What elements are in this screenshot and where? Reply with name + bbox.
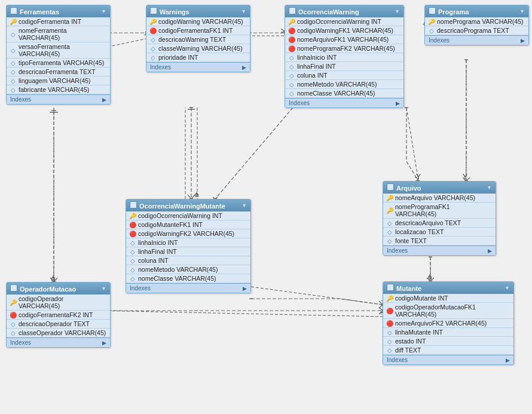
fk-icon: 🔴 [10, 312, 16, 318]
field-nomeProgramaFK2: 🔴 nomeProgramaFK2 VARCHAR(45) [285, 44, 403, 53]
field-codigoMutante: 🔑 codigoMutante INT [383, 294, 513, 303]
field-nomeClasse2: ◇ nomeClasse VARCHAR(45) [126, 274, 250, 283]
expand-arrow[interactable]: ▼ [101, 8, 106, 14]
expand-arrow[interactable]: ▼ [487, 185, 492, 191]
expand-arrow[interactable]: ▼ [519, 8, 525, 14]
diagram-canvas: ⊣ ⊣ ⋔ ⊣ ⊤ Y ⋔ ⊣⊢ ⊢ ⋔ Y [0, 0, 532, 414]
table-programa[interactable]: Programa ▼ 🔑 nomePrograma VARCHAR(45) ◇ … [424, 5, 529, 45]
table-title: Programa [438, 8, 469, 16]
fk-icon: 🔴 [387, 308, 393, 314]
field-codigoOcorrenciaWarning: 🔑 codigoOcorrenciaWarning INT [285, 17, 403, 26]
key-icon: 🔑 [289, 19, 295, 24]
key-icon: 🔑 [387, 195, 393, 201]
svg-text:Y: Y [463, 173, 467, 181]
table-mutante[interactable]: Mutante ▼ 🔑 codigoMutante INT 🔴 codigoOp… [383, 281, 514, 365]
diamond-icon: ◇ [429, 27, 435, 33]
field-nomeArquivoFK2: 🔴 nomeArquivoFK2 VARCHAR(45) [383, 319, 513, 328]
field-codigoWarningFK1: 🔴 codigoWarningFK1 VARCHAR(45) [285, 26, 403, 35]
diamond-icon: ◇ [289, 90, 295, 96]
field-codigoOcorrenciaWarning2: 🔑 codigoOcorrenciaWarning INT [126, 211, 250, 220]
diamond-icon: ◇ [10, 31, 16, 37]
table-warnings[interactable]: Warnings ▼ 🔑 codigoWarning VARCHAR(45) 🔴… [146, 5, 250, 72]
expand-arrow[interactable]: ▼ [505, 285, 510, 291]
field-descricaoWarning: ◇ descricaoWarning TEXT [146, 35, 250, 44]
table-ferramentas[interactable]: Ferramentas ▼ 🔑 codigoFerramenta INT ◇ n… [6, 5, 111, 105]
key-icon: 🔑 [387, 295, 393, 301]
fk-icon: 🔴 [387, 320, 393, 326]
key-icon: 🔑 [130, 213, 136, 219]
indexes-ocorrenciawarningmutante[interactable]: Indexes ▶ [126, 283, 250, 293]
table-warnings-header: Warnings ▼ [146, 5, 250, 17]
field-estado: ◇ estado INT [383, 337, 513, 346]
field-linhaFinal: ◇ linhaFinal INT [285, 62, 403, 71]
key-icon: 🔑 [10, 299, 16, 305]
svg-text:⋔: ⋔ [194, 191, 200, 199]
field-prioridade: ◇ prioridade INT [146, 53, 250, 62]
diamond-icon: ◇ [387, 338, 393, 344]
table-icon [10, 284, 17, 292]
indexes-arrow: ▶ [506, 357, 510, 363]
table-icon [387, 183, 394, 191]
field-descricaoFerramenta: ◇ descricaoFerramenta TEXT [7, 68, 110, 76]
indexes-ferramentas[interactable]: Indexes ▶ [7, 94, 110, 104]
field-classeOperador: ◇ classeOperador VARCHAR(45) [7, 329, 110, 338]
field-versaoFerramenta: ◇ versaoFerramenta VARCHAR(45) [7, 42, 110, 59]
svg-line-30 [54, 278, 57, 282]
diamond-icon: ◇ [10, 87, 16, 93]
field-codigoFerramentaFK1: 🔴 codigoFerramentaFK1 INT [146, 26, 250, 35]
field-nomeClasse: ◇ nomeClasse VARCHAR(45) [285, 89, 403, 98]
table-title: Warnings [160, 8, 189, 16]
table-icon [429, 7, 436, 14]
svg-line-29 [50, 278, 54, 282]
field-linhaFinal2: ◇ linhaFinal INT [126, 247, 250, 256]
table-icon [150, 7, 157, 14]
table-mutante-header: Mutante ▼ [383, 282, 513, 294]
field-tipoFerramenta: ◇ tipoFerramenta VARCHAR(45) [7, 59, 110, 68]
field-nomeArquivoFK1: 🔴 nomeArquivoFK1 VARCHAR(45) [285, 35, 403, 44]
field-descricaoOperador: ◇ descricaoOperador TEXT [7, 320, 110, 329]
field-nomeFerramenta: ◇ nomeFerramenta VARCHAR(45) [7, 26, 110, 42]
diamond-icon: ◇ [150, 36, 156, 42]
table-ocorrenciawarningmutante[interactable]: OcorrenciaWarningMutante ▼ 🔑 codigoOcorr… [126, 199, 251, 293]
table-operadormutacao-header: OperadorMutacao ▼ [7, 283, 110, 295]
table-ocorrenciawarning[interactable]: OcorrenciaWarning ▼ 🔑 codigoOcorrenciaWa… [285, 5, 404, 108]
svg-line-13 [251, 287, 383, 305]
table-title: OperadorMutacao [20, 286, 76, 293]
field-fabricante: ◇ fabricante VARCHAR(45) [7, 85, 110, 94]
diamond-icon: ◇ [289, 63, 295, 69]
field-codigoOperador: 🔑 codigoOperador VARCHAR(45) [7, 295, 110, 311]
field-nomeArquivo: 🔑 nomeArquivo VARCHAR(45) [383, 194, 496, 203]
diamond-icon: ◇ [387, 220, 393, 226]
table-arquivo[interactable]: Arquivo ▼ 🔑 nomeArquivo VARCHAR(45) 🔑 no… [383, 181, 496, 256]
field-codigoWarning: 🔑 codigoWarning VARCHAR(45) [146, 17, 250, 26]
svg-line-40 [415, 177, 418, 179]
table-icon [387, 284, 394, 291]
indexes-ocorrenciawarning[interactable]: Indexes ▶ [285, 98, 403, 108]
table-programa-header: Programa ▼ [425, 5, 528, 17]
expand-arrow[interactable]: ▼ [241, 8, 246, 14]
expand-arrow[interactable]: ▼ [241, 203, 247, 208]
indexes-mutante[interactable]: Indexes ▶ [383, 355, 513, 364]
diamond-icon: ◇ [130, 257, 136, 263]
expand-arrow[interactable]: ▼ [395, 8, 400, 14]
diamond-icon: ◇ [387, 329, 393, 335]
diamond-icon: ◇ [130, 275, 136, 281]
indexes-arquivo[interactable]: Indexes ▶ [383, 246, 496, 255]
table-icon [130, 201, 137, 208]
field-codigoWarningFK2: 🔴 codigoWarningFK2 VARCHAR(45) [126, 229, 250, 238]
indexes-programa[interactable]: Indexes ▶ [425, 35, 528, 45]
svg-text:Y: Y [416, 173, 421, 181]
field-nomeMetodo2: ◇ nomeMetodo VARCHAR(45) [126, 265, 250, 274]
field-coluna2: ◇ coluna INT [126, 256, 250, 265]
indexes-operadormutacao[interactable]: Indexes ▶ [7, 338, 110, 347]
fk-icon: 🔴 [289, 45, 295, 51]
key-icon: 🔑 [387, 207, 393, 213]
field-nomePrograma: 🔑 nomePrograma VARCHAR(45) [425, 17, 528, 26]
table-operadormutacao[interactable]: OperadorMutacao ▼ 🔑 codigoOperador VARCH… [6, 282, 111, 348]
table-title: Mutante [396, 285, 421, 292]
key-icon: 🔑 [10, 19, 16, 24]
indexes-arrow: ▶ [521, 38, 525, 44]
indexes-warnings[interactable]: Indexes ▶ [146, 62, 250, 72]
diamond-icon: ◇ [10, 60, 16, 66]
expand-arrow[interactable]: ▼ [101, 286, 106, 292]
